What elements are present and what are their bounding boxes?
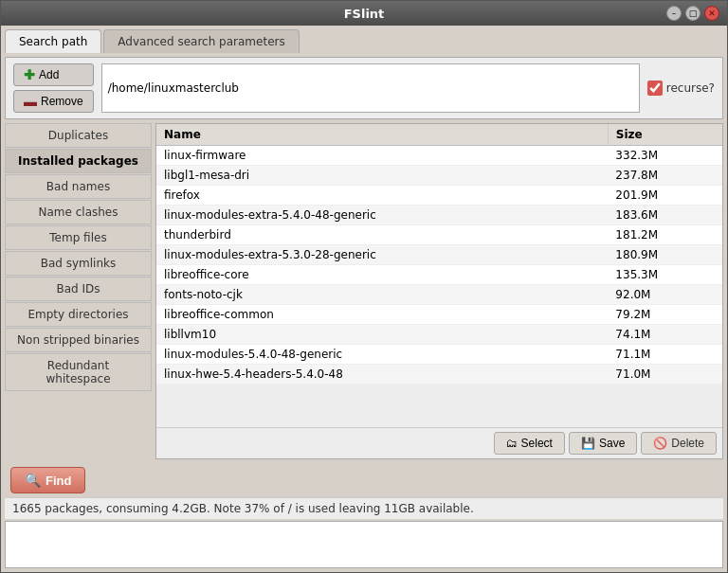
table-cell-name: linux-modules-extra-5.3.0-28-generic — [156, 245, 608, 265]
sidebar: Duplicates Installed packages Bad names … — [5, 123, 152, 459]
sidebar-item-non-stripped[interactable]: Non stripped binaries — [5, 328, 152, 352]
tab-advanced[interactable]: Advanced search parameters — [103, 29, 299, 53]
delete-button[interactable]: 🚫 Delete — [641, 432, 717, 455]
title-bar-text: FSlint — [344, 7, 385, 21]
right-panel: Name Size linux-firmware332.3Mlibgl1-mes… — [155, 123, 723, 459]
table-row[interactable]: linux-modules-5.4.0-48-generic71.1M — [156, 345, 722, 365]
status-bar: 1665 packages, consuming 4.2GB. Note 37%… — [5, 497, 723, 519]
table-cell-size: 237.8M — [608, 166, 722, 186]
table-cell-size: 71.0M — [608, 365, 722, 385]
table-cell-name: fonts-noto-cjk — [156, 285, 608, 305]
table-cell-size: 201.9M — [608, 186, 722, 206]
results-data-table: Name Size linux-firmware332.3Mlibgl1-mes… — [156, 124, 722, 385]
find-icon: 🔍 — [25, 473, 41, 488]
table-cell-name: linux-hwe-5.4-headers-5.4.0-48 — [156, 365, 608, 385]
find-button[interactable]: 🔍 Find — [10, 467, 85, 493]
tab-search-path[interactable]: Search path — [5, 29, 101, 53]
column-header-name: Name — [156, 124, 608, 146]
minimize-icon: – — [672, 9, 677, 18]
results-table[interactable]: Name Size linux-firmware332.3Mlibgl1-mes… — [156, 124, 722, 427]
table-cell-name: thunderbird — [156, 225, 608, 245]
maximize-button[interactable]: □ — [685, 6, 701, 21]
column-header-size: Size — [608, 124, 722, 146]
table-row[interactable]: thunderbird181.2M — [156, 225, 722, 245]
sidebar-item-temp-files[interactable]: Temp files — [5, 225, 152, 250]
remove-icon: ▬ — [24, 94, 37, 109]
table-cell-size: 332.3M — [608, 146, 722, 166]
table-body: linux-firmware332.3Mlibgl1-mesa-dri237.8… — [156, 146, 722, 385]
sidebar-item-bad-symlinks[interactable]: Bad symlinks — [5, 251, 152, 276]
add-button[interactable]: ✚ Add — [13, 63, 94, 86]
tabs-row: Search path Advanced search parameters — [5, 29, 723, 53]
sidebar-item-name-clashes[interactable]: Name clashes — [5, 200, 152, 224]
table-row[interactable]: linux-hwe-5.4-headers-5.4.0-4871.0M — [156, 365, 722, 385]
table-cell-size: 135.3M — [608, 265, 722, 285]
minimize-button[interactable]: – — [666, 6, 682, 21]
close-icon: ✕ — [708, 9, 716, 18]
table-cell-size: 71.1M — [608, 345, 722, 365]
table-cell-size: 183.6M — [608, 206, 722, 225]
recurse-label: recurse? — [666, 81, 715, 95]
table-cell-size: 180.9M — [608, 245, 722, 265]
content: Search path Advanced search parameters ✚… — [1, 26, 727, 572]
table-row[interactable]: firefox201.9M — [156, 186, 722, 206]
add-icon: ✚ — [24, 67, 35, 82]
table-row[interactable]: libreoffice-core135.3M — [156, 265, 722, 285]
table-row[interactable]: linux-modules-extra-5.3.0-28-generic180.… — [156, 245, 722, 265]
bottom-actions-row: 🔍 Find — [5, 463, 723, 497]
table-header-row: Name Size — [156, 124, 722, 146]
table-cell-size: 79.2M — [608, 305, 722, 325]
close-button[interactable]: ✕ — [704, 6, 719, 21]
search-path-panel: ✚ Add ▬ Remove /home/linuxmasterclub rec… — [5, 57, 723, 119]
table-row[interactable]: libllvm1074.1M — [156, 325, 722, 345]
table-row[interactable]: linux-firmware332.3M — [156, 146, 722, 166]
sidebar-item-duplicates[interactable]: Duplicates — [5, 123, 152, 148]
maximize-icon: □ — [689, 9, 698, 18]
action-bar: 🗂 Select 💾 Save 🚫 Delete — [156, 427, 722, 458]
table-row[interactable]: linux-modules-extra-5.4.0-48-generic183.… — [156, 206, 722, 225]
table-cell-name: libgl1-mesa-dri — [156, 166, 608, 186]
main-area: Duplicates Installed packages Bad names … — [5, 123, 723, 459]
sidebar-item-bad-ids[interactable]: Bad IDs — [5, 277, 152, 301]
select-button[interactable]: 🗂 Select — [494, 432, 565, 455]
sidebar-item-redundant-whitespace[interactable]: Redundant whitespace — [5, 353, 152, 391]
recurse-section: recurse? — [647, 81, 715, 96]
lower-section: 🔍 Find 1665 packages, consuming 4.2GB. N… — [5, 463, 723, 568]
table-row[interactable]: fonts-noto-cjk92.0M — [156, 285, 722, 305]
sidebar-item-installed-packages[interactable]: Installed packages — [5, 149, 152, 173]
table-cell-name: linux-modules-5.4.0-48-generic — [156, 345, 608, 365]
table-cell-size: 74.1M — [608, 325, 722, 345]
table-cell-name: libreoffice-core — [156, 265, 608, 285]
table-cell-name: firefox — [156, 186, 608, 206]
sidebar-item-empty-directories[interactable]: Empty directories — [5, 302, 152, 327]
recurse-checkbox[interactable] — [647, 81, 663, 96]
remove-button[interactable]: ▬ Remove — [13, 90, 94, 113]
path-buttons: ✚ Add ▬ Remove — [13, 63, 94, 113]
table-cell-name: libreoffice-common — [156, 305, 608, 325]
app-window: FSlint – □ ✕ Search path Advanced search… — [0, 0, 728, 573]
table-row[interactable]: libgl1-mesa-dri237.8M — [156, 166, 722, 186]
window-controls: – □ ✕ — [666, 6, 719, 21]
table-row[interactable]: libreoffice-common79.2M — [156, 305, 722, 325]
save-icon: 💾 — [581, 437, 595, 450]
path-display: /home/linuxmasterclub — [101, 63, 640, 113]
table-cell-name: linux-firmware — [156, 146, 608, 166]
sidebar-item-bad-names[interactable]: Bad names — [5, 174, 152, 199]
select-icon: 🗂 — [506, 437, 518, 450]
save-button[interactable]: 💾 Save — [569, 432, 637, 455]
table-cell-size: 92.0M — [608, 285, 722, 305]
bottom-panel — [5, 521, 723, 568]
table-cell-size: 181.2M — [608, 225, 722, 245]
delete-icon: 🚫 — [653, 437, 667, 450]
table-cell-name: linux-modules-extra-5.4.0-48-generic — [156, 206, 608, 225]
table-cell-name: libllvm10 — [156, 325, 608, 345]
title-bar: FSlint – □ ✕ — [1, 1, 727, 26]
